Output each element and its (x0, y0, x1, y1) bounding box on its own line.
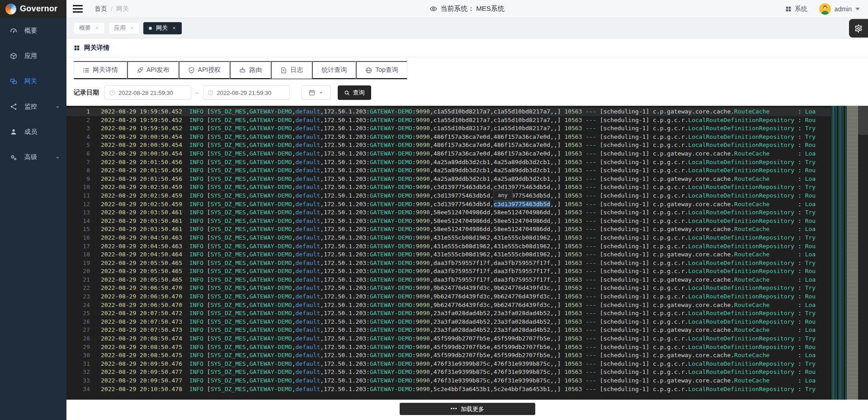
clock-icon (208, 90, 214, 96)
filter-bar: 记录日期 ~ 查询 (74, 85, 861, 100)
shield-icon (188, 67, 195, 74)
log-line[interactable]: 222022-08-29 20:06:50.470 INFO [SYS_DZ_M… (66, 284, 868, 293)
sidebar-item-gears[interactable]: 高级 (0, 145, 66, 170)
tab-网关详情[interactable]: 网关详情 (74, 61, 127, 79)
current-system-label: 当前系统： MES系统 (440, 5, 505, 13)
tab-label: API授权 (198, 66, 221, 74)
close-icon[interactable] (172, 26, 176, 30)
query-button[interactable]: 查询 (338, 85, 371, 100)
log-line[interactable]: 342022-08-29 20:10:50.478 INFO [SYS_DZ_M… (66, 385, 868, 394)
log-line[interactable]: 242022-08-29 20:06:50.470 INFO [SYS_DZ_M… (66, 301, 868, 310)
tab-label: 路由 (249, 66, 262, 74)
tab-路由[interactable]: 路由 (230, 61, 271, 79)
tab-统计查询[interactable]: 统计查询 (312, 61, 356, 79)
load-more-button[interactable]: ⋯ 加载更多 (400, 403, 535, 415)
tab-Top查询[interactable]: Top查询 (356, 61, 407, 79)
grid-icon (785, 6, 792, 12)
log-line[interactable]: 292022-08-29 20:08:50.475 INFO [SYS_DZ_M… (66, 343, 868, 352)
log-line[interactable]: 92022-08-29 20:01:50.456 INFO [SYS_DZ_ME… (66, 175, 868, 184)
sidebar: 概要应用网关监控成员高级 (0, 18, 66, 420)
tabs-settings-button[interactable] (849, 19, 868, 38)
log-line[interactable]: 42022-08-29 20:00:50.454 INFO [SYS_DZ_ME… (66, 133, 868, 142)
top-navbar: Governor 首页 / 网关 当前系统： MES系统 系统 admin (0, 0, 868, 18)
log-line[interactable]: 312022-08-29 20:09:50.476 INFO [SYS_DZ_M… (66, 360, 868, 368)
log-line[interactable]: 12022-08-29 19:59:50.452 INFO [SYS_DZ_ME… (66, 108, 868, 116)
filter-label: 记录日期 (74, 89, 99, 97)
log-line[interactable]: 272022-08-29 20:07:50.473 INFO [SYS_DZ_M… (66, 326, 868, 335)
open-tab-应用[interactable]: 应用 (108, 22, 140, 34)
list-icon (83, 67, 90, 74)
page-header: 网关详情 (66, 38, 868, 57)
tab-API发布[interactable]: API发布 (127, 61, 179, 79)
sidebar-item-gateway[interactable]: 网关 (0, 69, 66, 94)
log-line[interactable]: 192022-08-29 20:05:50.465 INFO [SYS_DZ_M… (66, 259, 868, 268)
gears-icon (10, 154, 17, 161)
close-icon[interactable] (95, 26, 99, 30)
tab-日志[interactable]: 日志 (271, 61, 312, 79)
log-line[interactable]: 182022-08-29 20:04:50.464 INFO [SYS_DZ_M… (66, 250, 868, 259)
log-line[interactable]: 102022-08-29 20:02:50.459 INFO [SYS_DZ_M… (66, 183, 868, 192)
sidebar-item-label: 概要 (24, 27, 37, 35)
close-icon[interactable] (130, 26, 134, 30)
log-line[interactable]: 232022-08-29 20:06:50.470 INFO [SYS_DZ_M… (66, 293, 868, 301)
share-icon (10, 103, 17, 110)
breadcrumb-home[interactable]: 首页 (94, 5, 107, 13)
tab-label: Top查询 (375, 66, 398, 74)
log-line[interactable]: 282022-08-29 20:08:50.474 INFO [SYS_DZ_M… (66, 335, 868, 343)
log-line[interactable]: 122022-08-29 20:02:50.459 INFO [SYS_DZ_M… (66, 200, 868, 209)
log-line[interactable]: 72022-08-29 20:01:50.456 INFO [SYS_DZ_ME… (66, 158, 868, 167)
log-line[interactable]: 112022-08-29 20:02:50.459 INFO [SYS_DZ_M… (66, 192, 868, 200)
system-menu[interactable]: 系统 (785, 5, 807, 13)
user-menu[interactable]: admin (819, 3, 860, 15)
load-more-row: ⋯ 加载更多 (66, 400, 868, 420)
brand-name: Governor (20, 4, 57, 14)
log-line[interactable]: 162022-08-29 20:04:50.463 INFO [SYS_DZ_M… (66, 234, 868, 242)
log-line[interactable]: 52022-08-29 20:00:50.454 INFO [SYS_DZ_ME… (66, 141, 868, 150)
end-date-input[interactable] (203, 85, 290, 100)
menu-collapse-button[interactable] (73, 4, 85, 14)
log-scrollbar[interactable] (858, 106, 868, 400)
open-tab-label: 网关 (156, 24, 168, 32)
tab-label: API发布 (146, 66, 170, 74)
search-icon (344, 90, 350, 96)
log-line[interactable]: 142022-08-29 20:03:50.461 INFO [SYS_DZ_M… (66, 217, 868, 226)
log-line[interactable]: 332022-08-29 20:09:50.477 INFO [SYS_DZ_M… (66, 377, 868, 385)
system-menu-label: 系统 (795, 5, 807, 13)
log-line[interactable]: 252022-08-29 20:07:50.472 INFO [SYS_DZ_M… (66, 309, 868, 318)
log-line[interactable]: 32022-08-29 19:59:50.452 INFO [SYS_DZ_ME… (66, 124, 868, 133)
log-line[interactable]: 152022-08-29 20:03:50.461 INFO [SYS_DZ_M… (66, 225, 868, 234)
chevron-down-icon (55, 104, 60, 109)
detail-tabs: 网关详情API发布API授权路由日志统计查询Top查询 (74, 61, 407, 80)
open-tab-概要[interactable]: 概要 (74, 22, 105, 34)
log-line[interactable]: 202022-08-29 20:05:50.465 INFO [SYS_DZ_M… (66, 267, 868, 276)
gear-icon (854, 24, 863, 33)
sidebar-item-user[interactable]: 成员 (0, 119, 66, 145)
app: { "topbar": { "brand": "Governor", "brea… (0, 0, 868, 420)
log-line[interactable]: 82022-08-29 20:01:50.456 INFO [SYS_DZ_ME… (66, 166, 868, 175)
sidebar-item-gauge[interactable]: 概要 (0, 18, 66, 43)
tab-API授权[interactable]: API授权 (179, 61, 230, 79)
scrollbar-thumb[interactable] (858, 106, 868, 135)
eye-icon (429, 5, 437, 13)
minimap-texture (847, 106, 858, 400)
sidebar-item-share[interactable]: 监控 (0, 94, 66, 119)
minimap[interactable] (831, 106, 858, 400)
log-line[interactable]: 262022-08-29 20:07:50.473 INFO [SYS_DZ_M… (66, 318, 868, 326)
chevron-down-icon (855, 8, 860, 10)
log-line[interactable]: 132022-08-29 20:03:50.461 INFO [SYS_DZ_M… (66, 208, 868, 217)
log-line[interactable]: 322022-08-29 20:09:50.477 INFO [SYS_DZ_M… (66, 368, 868, 377)
open-tab-网关[interactable]: 网关 (143, 22, 182, 34)
sidebar-item-label: 应用 (24, 52, 37, 60)
date-shortcut-button[interactable] (302, 85, 330, 100)
grid-icon (74, 45, 80, 51)
open-tab-label: 应用 (114, 24, 126, 32)
log-line[interactable]: 22022-08-29 19:59:50.452 INFO [SYS_DZ_ME… (66, 116, 868, 125)
sidebar-item-cube[interactable]: 应用 (0, 43, 66, 69)
breadcrumb-current: 网关 (116, 5, 129, 13)
avatar (819, 3, 831, 15)
log-line[interactable]: 212022-08-29 20:05:50.465 INFO [SYS_DZ_M… (66, 276, 868, 284)
log-line[interactable]: 172022-08-29 20:04:50.463 INFO [SYS_DZ_M… (66, 242, 868, 251)
start-date-input[interactable] (104, 85, 191, 100)
log-line[interactable]: 302022-08-29 20:08:50.475 INFO [SYS_DZ_M… (66, 351, 868, 360)
log-line[interactable]: 62022-08-29 20:00:50.454 INFO [SYS_DZ_ME… (66, 150, 868, 158)
